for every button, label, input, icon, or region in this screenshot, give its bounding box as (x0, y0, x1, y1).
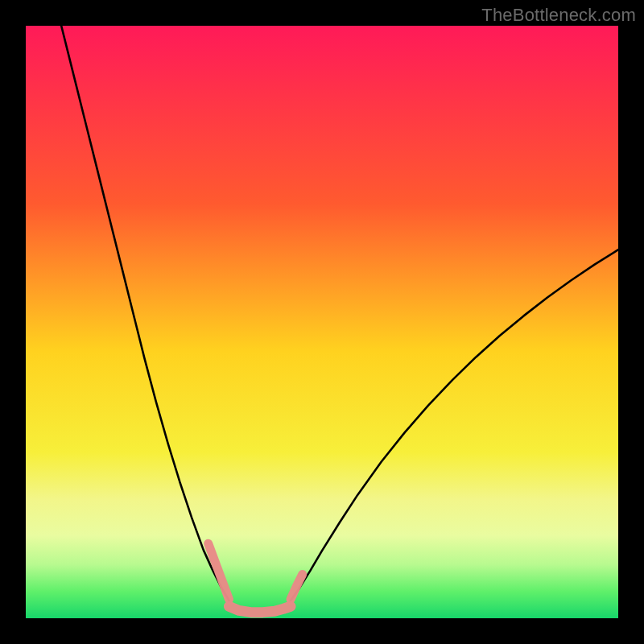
watermark-label: TheBottleneck.com (481, 5, 636, 26)
chart-svg (26, 26, 618, 618)
marker-trough-floor (229, 606, 291, 612)
chart-plot (26, 26, 618, 618)
gradient-background (26, 26, 618, 618)
chart-frame: TheBottleneck.com (0, 0, 644, 644)
